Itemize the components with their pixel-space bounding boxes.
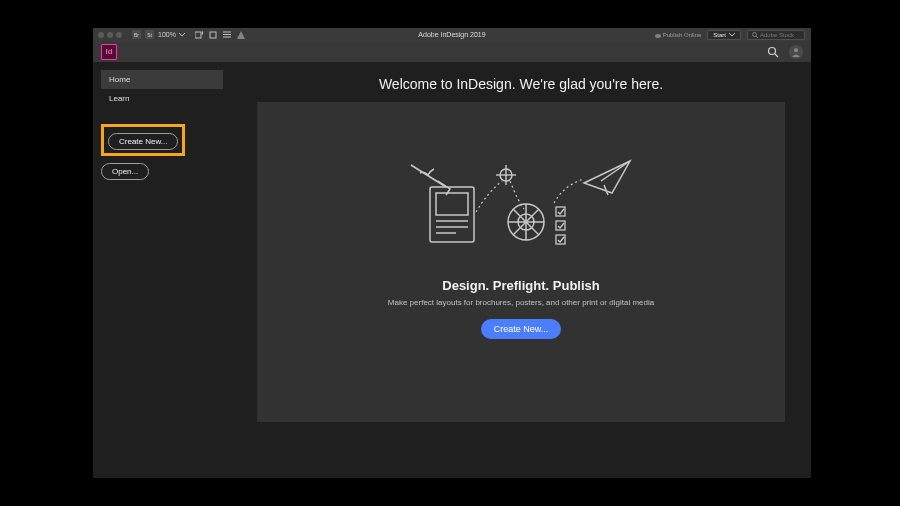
stock-search-input[interactable]: Adobe Stock: [747, 30, 805, 40]
highlight-annotation: Create New...: [101, 124, 185, 156]
top-icons: Br St: [132, 30, 154, 39]
svg-point-2: [655, 34, 661, 38]
appbar-right: [767, 45, 803, 59]
open-button[interactable]: Open...: [101, 163, 149, 180]
hero-create-new-button[interactable]: Create New...: [481, 319, 562, 339]
maximize-window-icon[interactable]: [116, 32, 122, 38]
svg-rect-0: [195, 32, 201, 38]
svg-point-5: [769, 47, 776, 54]
svg-line-25: [601, 161, 630, 181]
titlebar: Br St 100% Adobe InDesign 2019: [93, 28, 811, 41]
minimize-window-icon[interactable]: [107, 32, 113, 38]
svg-rect-24: [556, 235, 565, 244]
svg-line-6: [775, 54, 778, 57]
close-window-icon[interactable]: [98, 32, 104, 38]
svg-rect-23: [556, 221, 565, 230]
arrange-icon[interactable]: [223, 31, 231, 39]
sidebar: Home Learn Create New... Open...: [93, 62, 231, 478]
svg-point-7: [794, 48, 798, 52]
body: Home Learn Create New... Open... We: [93, 62, 811, 478]
chevron-down-icon: [179, 33, 185, 37]
app-logo[interactable]: Id: [101, 44, 117, 60]
app-bar: Id: [93, 41, 811, 62]
view-options: [195, 31, 245, 39]
hero-card: Design. Preflight. Publish Make perfect …: [257, 102, 785, 422]
search-icon[interactable]: [767, 46, 779, 58]
user-icon: [791, 47, 801, 57]
screen-mode-icon[interactable]: [209, 31, 217, 39]
chevron-down-icon: [729, 33, 735, 37]
zoom-level[interactable]: 100%: [158, 31, 185, 38]
search-icon: [752, 32, 758, 38]
sidebar-actions: Create New... Open...: [101, 124, 223, 186]
svg-point-3: [753, 32, 757, 36]
publish-online-button[interactable]: Publish Online: [655, 32, 702, 38]
hero-subtitle: Make perfect layouts for brochures, post…: [388, 298, 654, 307]
avatar[interactable]: [789, 45, 803, 59]
svg-rect-22: [556, 207, 565, 216]
app-window: Br St 100% Adobe InDesign 2019: [93, 28, 811, 478]
create-new-button[interactable]: Create New...: [108, 133, 178, 150]
svg-rect-1: [210, 32, 216, 38]
hero-illustration: [406, 157, 636, 262]
workspace-switcher[interactable]: Start: [707, 30, 741, 40]
cloud-icon: [655, 32, 661, 38]
svg-rect-9: [436, 193, 468, 215]
welcome-heading: Welcome to InDesign. We're glad you're h…: [379, 76, 663, 92]
sidebar-item-learn[interactable]: Learn: [101, 89, 223, 108]
app-title: Adobe InDesign 2019: [418, 31, 485, 38]
view-options-icon[interactable]: [195, 31, 203, 39]
sidebar-item-label: Home: [109, 75, 130, 84]
svg-line-4: [756, 36, 758, 38]
titlebar-right: Publish Online Start Adobe Stock: [655, 30, 805, 40]
gpu-icon[interactable]: [237, 31, 245, 39]
main-panel: Welcome to InDesign. We're glad you're h…: [231, 62, 811, 478]
sidebar-item-home[interactable]: Home: [101, 70, 223, 89]
sidebar-item-label: Learn: [109, 94, 129, 103]
hero-title: Design. Preflight. Publish: [442, 278, 599, 293]
bridge-icon[interactable]: Br: [132, 30, 141, 39]
window-controls[interactable]: [98, 32, 122, 38]
stock-icon[interactable]: St: [145, 30, 154, 39]
zoom-value: 100%: [158, 31, 176, 38]
